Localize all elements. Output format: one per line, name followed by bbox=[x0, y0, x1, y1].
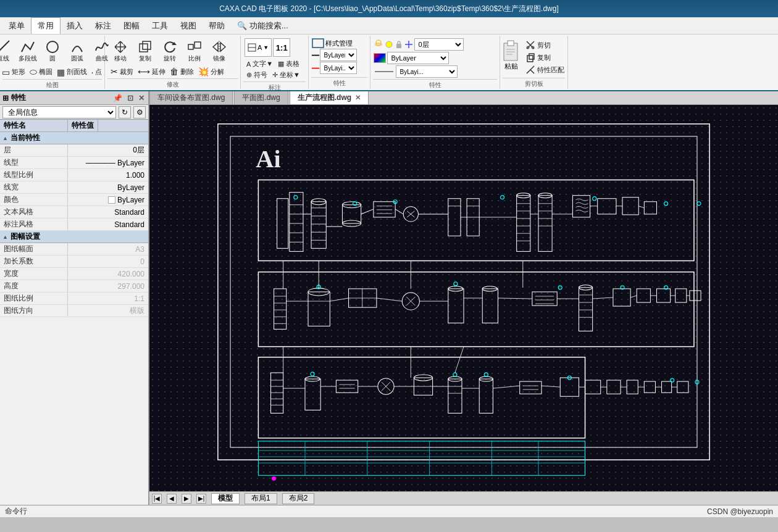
tab-nav-first[interactable]: |◀ bbox=[152, 494, 162, 504]
tab-nav-prev[interactable]: ◀ bbox=[167, 494, 177, 504]
doc-tab-layout[interactable]: 车间设备布置图.dwg bbox=[149, 91, 233, 104]
svg-rect-173 bbox=[479, 379, 493, 413]
tool-polyline[interactable]: 多段线 bbox=[16, 38, 40, 64]
menu-item-annotate[interactable]: 标注 bbox=[89, 17, 117, 34]
cad-canvas[interactable]: Ai bbox=[149, 105, 778, 491]
prop-col-name: 特性名 bbox=[0, 120, 68, 131]
canvas-area[interactable]: Ai bbox=[149, 105, 778, 491]
svg-rect-28 bbox=[527, 56, 533, 62]
tool-arc[interactable]: 圆弧 bbox=[65, 38, 89, 64]
prop-table-header: 特性名 特性值 bbox=[0, 120, 148, 132]
props-refresh-btn[interactable]: ↻ bbox=[119, 106, 131, 118]
prop-value-dimstyle[interactable]: Standard bbox=[68, 220, 148, 230]
paste-btn[interactable]: 粘贴 bbox=[501, 39, 521, 71]
menu-item-home[interactable]: 常用 bbox=[31, 17, 61, 34]
svg-rect-130 bbox=[656, 289, 670, 302]
menu-item-insert[interactable]: 插入 bbox=[61, 17, 89, 34]
svg-rect-128 bbox=[613, 289, 630, 306]
prop-name-dimstyle: 标注风格 bbox=[0, 218, 68, 230]
menu-item-drawing[interactable]: 图幅 bbox=[117, 17, 146, 34]
tool-copy-entity[interactable]: 复制 bbox=[133, 38, 157, 64]
prop-value-linewidth[interactable]: ByLayer bbox=[68, 183, 148, 193]
annotation-group-label: 标注 bbox=[243, 81, 306, 92]
prop-row-height: 高度 297.000 bbox=[0, 280, 148, 293]
bottom-tab-layout1[interactable]: 布局1 bbox=[245, 493, 277, 504]
menu-item-view[interactable]: 视图 bbox=[174, 17, 203, 34]
menu-item-help[interactable]: 帮助 bbox=[203, 17, 231, 34]
prop-section-drawing-label: 图幅设置 bbox=[10, 231, 40, 242]
prop-value-color[interactable]: ByLayer bbox=[68, 195, 148, 205]
coord-tool[interactable]: ✛坐标▼ bbox=[270, 70, 302, 80]
extend-icon: ⟷ bbox=[138, 67, 150, 77]
cut-btn[interactable]: 剪切 bbox=[524, 39, 566, 51]
layer-dropdown[interactable]: 0层 bbox=[414, 38, 464, 51]
props-float-btn[interactable]: ⊡ bbox=[126, 94, 135, 102]
tool-scale[interactable]: 比例 bbox=[183, 38, 206, 64]
props-settings-btn[interactable]: ⚙ bbox=[133, 106, 146, 118]
layer-group-label: 特性 bbox=[373, 79, 497, 89]
menu-item-search[interactable]: 🔍 功能搜索... bbox=[231, 17, 295, 34]
doc-tab-flow[interactable]: 生产流程图.dwg ✕ bbox=[290, 91, 369, 104]
prop-row-scale: 图纸比例 1:1 bbox=[0, 293, 148, 305]
tab-nav-next[interactable]: ▶ bbox=[182, 494, 191, 504]
color-picker[interactable] bbox=[374, 53, 386, 63]
prop-name-height: 高度 bbox=[0, 280, 68, 292]
svg-point-13 bbox=[376, 40, 381, 45]
props-close-btn[interactable]: ✕ bbox=[137, 94, 146, 102]
tool-rotate[interactable]: 旋转 bbox=[158, 38, 182, 64]
props-panel-toolbar: 全局信息 ↻ ⚙ bbox=[0, 105, 148, 120]
prop-value-linescale[interactable]: 1.000 bbox=[68, 170, 148, 180]
bottom-tab-model[interactable]: 模型 bbox=[211, 493, 240, 504]
doc-tab-close-btn[interactable]: ✕ bbox=[355, 94, 361, 102]
tab-nav-last[interactable]: ▶| bbox=[196, 494, 206, 504]
props-pin-btn[interactable]: 📌 bbox=[112, 94, 123, 102]
svg-point-83 bbox=[593, 197, 596, 201]
svg-rect-179 bbox=[585, 380, 601, 394]
cut-icon bbox=[525, 40, 535, 50]
symbol-tool[interactable]: ⊕符号 bbox=[245, 70, 269, 80]
svg-point-199 bbox=[311, 372, 314, 376]
doc-tab-plan[interactable]: 平面图.dwg bbox=[234, 91, 288, 104]
tool-move[interactable]: 移动 bbox=[109, 38, 132, 64]
scale-display[interactable]: A ▼ bbox=[245, 38, 272, 57]
tool-ellipse[interactable]: ⬭椭圆 bbox=[28, 66, 54, 78]
svg-rect-77 bbox=[644, 202, 656, 214]
tool-extend[interactable]: ⟷延伸 bbox=[136, 66, 167, 77]
prop-value-textstyle[interactable]: Standard bbox=[68, 207, 148, 217]
copy-btn[interactable]: 复制 bbox=[524, 52, 566, 63]
match-btn[interactable]: 特性匹配 bbox=[524, 64, 566, 75]
tool-circle[interactable]: 圆 bbox=[41, 38, 64, 64]
prop-section-drawing[interactable]: ▲ 图幅设置 bbox=[0, 231, 148, 243]
svg-rect-105 bbox=[308, 292, 330, 326]
prop-section-current[interactable]: ▲ 当前特性 bbox=[0, 132, 148, 144]
tool-delete[interactable]: 🗑删除 bbox=[168, 66, 196, 77]
line-width-dropdown[interactable]: ByLayi... bbox=[320, 62, 357, 74]
bylayer-dropdown[interactable]: ByLayer bbox=[387, 52, 449, 64]
prop-row-linetype: 线型 ———— ByLayer bbox=[0, 157, 148, 169]
menu-item-tools[interactable]: 工具 bbox=[146, 17, 174, 34]
style-group-label: 特性 bbox=[311, 77, 367, 88]
text-tool[interactable]: A文字▼ bbox=[245, 59, 275, 69]
tool-point[interactable]: ·点 bbox=[90, 66, 104, 78]
menu-item-file[interactable]: 菜单 bbox=[2, 17, 31, 34]
modify-group-label: 修改 bbox=[107, 78, 238, 89]
linewidth-dropdown2[interactable]: ByLayi... bbox=[396, 65, 458, 78]
svg-rect-61 bbox=[517, 196, 530, 252]
table-tool[interactable]: ▦表格 bbox=[276, 59, 301, 69]
prop-value-layer[interactable]: 0层 bbox=[68, 144, 148, 156]
tool-rect[interactable]: ▭矩形 bbox=[0, 66, 27, 78]
svg-point-84 bbox=[664, 202, 668, 206]
tool-hatch[interactable]: ▦剖面线 bbox=[55, 66, 89, 78]
prop-value-linetype[interactable]: ———— ByLayer bbox=[68, 158, 148, 168]
prop-row-orient: 图纸方向 横版 bbox=[0, 305, 148, 317]
ratio-display[interactable]: 1:1 bbox=[273, 38, 290, 57]
bottom-tab-layout2[interactable]: 布局2 bbox=[282, 493, 315, 504]
tool-mirror[interactable]: 镜像 bbox=[207, 38, 231, 64]
svg-rect-158 bbox=[305, 379, 320, 410]
tool-explode[interactable]: 💥分解 bbox=[196, 66, 226, 77]
props-scope-dropdown[interactable]: 全局信息 bbox=[2, 106, 116, 118]
tool-trim[interactable]: ✂裁剪 bbox=[109, 66, 135, 77]
line-type-dropdown[interactable]: ByLayer bbox=[320, 49, 357, 61]
arc-icon bbox=[70, 39, 85, 54]
tool-line[interactable]: 直线 bbox=[0, 38, 15, 64]
